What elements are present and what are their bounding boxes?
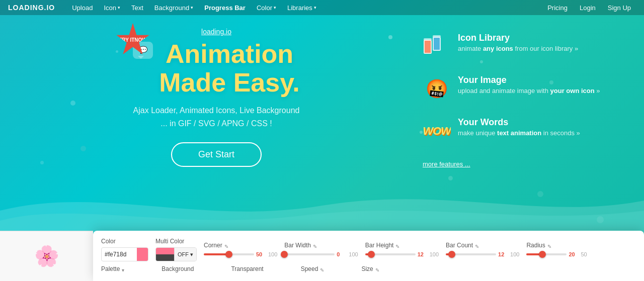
your-image-icon: 🤬 — [423, 75, 451, 103]
hero-title-line1: Animation — [159, 40, 299, 68]
color-label: Color — [101, 238, 148, 245]
color-hex-input[interactable] — [102, 251, 137, 258]
corner-value: 50 — [256, 251, 266, 257]
nav-item-libraries[interactable]: Libraries▾ — [282, 0, 321, 15]
multi-color-label: Multi Color — [155, 238, 197, 245]
bar-height-slider-track[interactable] — [365, 253, 416, 255]
radius-field: Radius ✎ 20 50 — [526, 242, 587, 257]
multi-color-field: Multi Color OFF ▾ — [155, 238, 197, 261]
multi-color-swatch — [156, 247, 174, 261]
bar-height-value: 12 — [418, 251, 428, 257]
corner-label: Corner — [204, 242, 222, 249]
bar-height-slider-thumb[interactable] — [368, 251, 375, 258]
radius-slider-track[interactable] — [526, 253, 567, 255]
background-field: Background — [162, 265, 194, 275]
chevron-down-icon[interactable]: ▾ — [122, 267, 124, 273]
feature-your-words[interactable]: WOW Your Words make unique text animatio… — [423, 117, 614, 145]
speed-field: Speed ✎ — [301, 265, 325, 275]
bar-width-slider-thumb[interactable] — [281, 251, 288, 258]
bar-width-label: Bar Width — [284, 242, 311, 249]
chevron-down-icon: ▾ — [118, 5, 120, 10]
bar-count-slider-track[interactable] — [446, 253, 496, 255]
decorative-dot — [70, 101, 75, 106]
chevron-down-icon: ▾ — [314, 5, 316, 10]
radius-value: 20 — [569, 251, 579, 257]
color-input[interactable] — [101, 247, 148, 261]
corner-slider-track[interactable] — [204, 253, 254, 255]
radius-slider: 20 50 — [526, 251, 587, 257]
bar-count-slider-thumb[interactable] — [448, 251, 455, 258]
bar-count-max: 100 — [510, 251, 519, 257]
bar-width-field: Bar Width ✎ 0 100 — [284, 242, 358, 257]
multi-color-toggle[interactable]: OFF ▾ — [155, 247, 197, 261]
decorative-dot — [40, 161, 44, 164]
more-features-link[interactable]: more features ... — [423, 160, 470, 168]
edit-icon[interactable]: ✎ — [395, 244, 399, 249]
your-words-icon: WOW — [423, 117, 451, 145]
feature-your-image-text: Your Image upload and animate image with… — [458, 75, 600, 95]
chevron-down-icon: ▾ — [191, 5, 193, 10]
navigation: LOADING.IO Upload Icon▾ Text Background▾… — [0, 0, 644, 15]
bar-height-label: Bar Height — [365, 242, 394, 249]
nav-item-upload[interactable]: Upload — [67, 0, 98, 15]
corner-field: Corner ✎ 50 100 — [204, 242, 277, 257]
transparent-field: Transparent — [231, 265, 263, 275]
edit-icon[interactable]: ✎ — [475, 244, 479, 249]
radius-label: Radius — [526, 242, 545, 249]
feature-your-image[interactable]: 🤬 Your Image upload and animate image wi… — [423, 75, 614, 103]
nav-item-text[interactable]: Text — [126, 0, 148, 15]
palette-field: Palette ▾ — [101, 265, 124, 275]
bar-count-field: Bar Count ✎ 12 100 — [446, 242, 519, 257]
background-label: Background — [162, 265, 194, 272]
animation-preview: 🌸 — [0, 231, 93, 281]
try-it-now-badge[interactable]: TRY IT NOW — [116, 23, 150, 57]
decorative-dot — [80, 146, 86, 151]
nav-item-color[interactable]: Color▾ — [252, 0, 281, 15]
hero-features: Icon Library animate any icons from our … — [423, 33, 614, 168]
size-field: Size ✎ — [361, 265, 379, 275]
corner-slider-thumb[interactable] — [225, 251, 232, 258]
nav-item-progress-bar[interactable]: Progress Bar — [199, 0, 251, 15]
nav-login[interactable]: Login — [575, 0, 601, 15]
icon-library-icon — [423, 33, 451, 61]
corner-slider: 50 100 — [204, 251, 277, 257]
nav-item-icon[interactable]: Icon▾ — [99, 0, 125, 15]
bar-count-slider: 12 100 — [446, 251, 519, 257]
edit-icon[interactable]: ✎ — [224, 244, 228, 249]
chevron-down-icon: ▾ — [190, 251, 193, 258]
bar-count-label: Bar Count — [446, 242, 473, 249]
feature-your-words-text: Your Words make unique text animation in… — [458, 117, 580, 137]
nav-signup[interactable]: Sign Up — [603, 0, 636, 15]
bar-height-max: 100 — [430, 251, 439, 257]
nav-pricing[interactable]: Pricing — [542, 0, 573, 15]
color-swatch[interactable] — [137, 247, 148, 261]
chevron-down-icon: ▾ — [274, 5, 276, 10]
nav-item-background[interactable]: Background▾ — [149, 0, 198, 15]
bar-width-value: 0 — [337, 251, 347, 257]
bar-width-slider-track[interactable] — [284, 253, 335, 255]
decorative-dot — [448, 176, 453, 180]
multi-off-toggle[interactable]: OFF ▾ — [174, 247, 196, 261]
corner-max: 100 — [268, 251, 277, 257]
site-logo[interactable]: LOADING.IO — [8, 4, 55, 12]
radius-slider-thumb[interactable] — [539, 251, 546, 258]
edit-icon[interactable]: ✎ — [313, 244, 317, 249]
palette-label: Palette — [101, 265, 120, 272]
feature-icon-library-text: Icon Library animate any icons from our … — [458, 33, 578, 52]
decorative-dot — [388, 35, 392, 39]
editor-panel: Color Multi Color OFF ▾ — [93, 231, 644, 281]
transparent-label: Transparent — [231, 265, 263, 272]
edit-icon[interactable]: ✎ — [547, 244, 551, 249]
hero-title-line2: Made Easy. — [159, 68, 299, 97]
size-label: Size — [361, 265, 373, 272]
color-field: Color — [101, 238, 148, 261]
bar-height-field: Bar Height ✎ 12 100 — [365, 242, 439, 257]
preview-icon: 🌸 — [34, 244, 59, 268]
get-start-button[interactable]: Get Start — [171, 142, 262, 167]
feature-icon-library[interactable]: Icon Library animate any icons from our … — [423, 33, 614, 61]
radius-max: 50 — [581, 251, 587, 257]
edit-icon[interactable]: ✎ — [320, 267, 324, 273]
bar-count-value: 12 — [498, 251, 508, 257]
nav-right: Pricing Login Sign Up — [542, 0, 636, 15]
edit-icon[interactable]: ✎ — [375, 267, 379, 273]
